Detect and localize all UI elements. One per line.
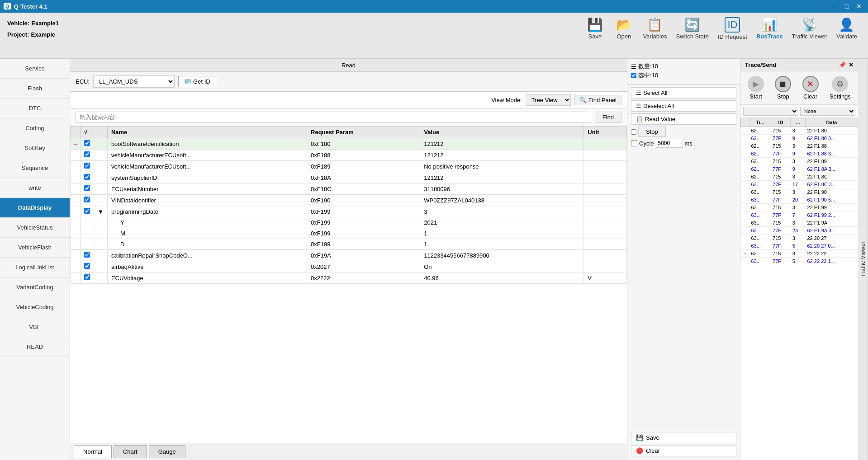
sidebar-item-data-display[interactable]: DataDisplay	[0, 198, 70, 218]
sidebar-item-coding[interactable]: Coding	[0, 118, 70, 138]
id-cell: 77F	[771, 242, 791, 250]
maximize-button[interactable]: □	[843, 2, 852, 11]
data-cell: 62 F1 9A 3...	[806, 227, 858, 235]
ecu-select[interactable]: LL_ACM_UDS	[93, 75, 175, 88]
row-checkbox[interactable]	[84, 151, 90, 157]
search-input[interactable]	[76, 112, 591, 123]
sidebar-item-dtc[interactable]: DTC	[0, 99, 70, 118]
sidebar-item-variant-coding[interactable]: VariantCoding	[0, 277, 70, 297]
time-cell: 62...	[749, 165, 771, 173]
name-cell: systemSupplierID	[107, 172, 307, 183]
data-cell: 62 22 22 1...	[806, 258, 858, 265]
select-all-button[interactable]: ☰ Select All	[631, 87, 736, 99]
param-cell: 0xF18A	[307, 172, 420, 183]
row-checkbox[interactable]	[84, 140, 90, 146]
trace-filter-select-2[interactable]: None	[800, 107, 855, 116]
cycle-unit: ms	[685, 140, 693, 147]
sidebar-item-flash[interactable]: Flash	[0, 79, 70, 99]
view-mode-select[interactable]: Tree View	[526, 94, 571, 106]
row-checkbox[interactable]	[84, 185, 90, 191]
save-data-button[interactable]: 💾 Save	[631, 432, 736, 443]
window-controls[interactable]: — □ ✕	[829, 2, 864, 11]
switch-state-button[interactable]: 🔄 Switch State	[673, 15, 712, 42]
trace-settings-button[interactable]: ⚙ Settings	[827, 75, 854, 101]
variables-button[interactable]: 📋 Variables	[639, 15, 670, 42]
sidebar-item-sequence[interactable]: Sequence	[0, 158, 70, 178]
len-cell: 3	[791, 188, 806, 196]
trace-close-icon[interactable]: ✕	[849, 61, 854, 68]
selected-check[interactable]	[631, 73, 636, 78]
traffic-viewer-button[interactable]: 📡 Traffic Viewer	[788, 15, 831, 42]
table-row: airbagAktive0x2027On	[71, 261, 627, 272]
trace-row: 63...715322 F1 99	[741, 204, 858, 211]
sidebar-item-softkey[interactable]: SoftKey	[0, 138, 70, 158]
stop-check[interactable]	[631, 129, 636, 135]
find-panel-button[interactable]: 🔍 Find Panel	[574, 95, 621, 105]
save-button[interactable]: 💾 Save	[581, 15, 608, 42]
len-cell: 5	[791, 258, 806, 265]
param-cell: 0xF180	[307, 138, 420, 150]
cycle-checkbox[interactable]	[631, 140, 637, 146]
row-checkbox[interactable]	[84, 274, 90, 280]
bus-trace-button[interactable]: 📊 BusTrace	[753, 15, 787, 42]
sidebar-item-logical-link-list[interactable]: LogicalLinkList	[0, 258, 70, 277]
sidebar-item-vehicle-flash[interactable]: VehicleFlash	[0, 238, 70, 258]
value-cell: 31180096	[420, 183, 584, 195]
row-checkbox[interactable]	[84, 263, 90, 269]
trace-clear-button[interactable]: ✕ Clear	[800, 75, 821, 101]
validate-label: Validate	[836, 33, 857, 40]
find-label: Find	[602, 114, 614, 121]
stop-button[interactable]: Stop	[638, 127, 666, 137]
find-panel-label: Find Panel	[588, 97, 617, 103]
unit-cell	[584, 161, 627, 172]
variables-label: Variables	[643, 33, 667, 40]
close-button[interactable]: ✕	[854, 2, 864, 11]
row-checkbox[interactable]	[84, 163, 90, 169]
row-checkbox[interactable]	[84, 252, 90, 258]
save-icon: 💾	[587, 17, 603, 32]
clear-data-button[interactable]: 🔴 Clear	[631, 445, 736, 456]
arrow-cell	[71, 161, 81, 172]
data-cell: 62 F1 8C 3...	[806, 181, 858, 188]
id-cell: 715	[771, 235, 791, 242]
get-id-button[interactable]: 🪪 Get ID	[178, 76, 216, 87]
trace-header: Trace/Send 📌 ✕	[740, 59, 858, 71]
tab-normal[interactable]: Normal	[74, 445, 112, 458]
trace-filter-select-1[interactable]	[743, 107, 798, 116]
trace-row: 63...77F2362 F1 9A 3...	[741, 227, 858, 235]
unit-cell	[584, 183, 627, 195]
data-cell: 22 F1 80	[806, 127, 858, 135]
sidebar-item-read[interactable]: READ	[0, 337, 70, 357]
save-data-icon: 💾	[636, 434, 643, 441]
trace-row: 63...77F2062 F1 90 5...	[741, 196, 858, 204]
row-checkbox[interactable]	[84, 208, 90, 214]
open-button[interactable]: 📂 Open	[610, 15, 637, 42]
arrow-cell	[71, 195, 81, 206]
pin-icon[interactable]: 📌	[839, 61, 846, 68]
tab-chart[interactable]: Chart	[114, 445, 147, 458]
find-button[interactable]: Find	[595, 112, 621, 123]
read-value-button[interactable]: 📋 Read Value	[631, 113, 736, 125]
start-icon: ▶	[748, 76, 764, 92]
validate-button[interactable]: 👤 Validate	[833, 15, 861, 42]
tab-gauge[interactable]: Gauge	[149, 445, 185, 458]
sidebar-item-vehicle-status[interactable]: VehicleStatus	[0, 218, 70, 238]
deselect-all-button[interactable]: ☰ Deselect All	[631, 100, 736, 112]
row-checkbox[interactable]	[84, 197, 90, 202]
id-cell: 715	[771, 204, 791, 211]
trace-start-button[interactable]: ▶ Start	[745, 75, 767, 101]
sidebar-item-vbf[interactable]: VBF	[0, 317, 70, 337]
sidebar-item-vehicle-coding[interactable]: VehicleCoding	[0, 297, 70, 317]
trace-stop-button[interactable]: ⏹ Stop	[772, 75, 794, 101]
minimize-button[interactable]: —	[829, 2, 841, 11]
id-request-button[interactable]: ID ID Request	[714, 15, 751, 42]
traffic-viewer-tab[interactable]: Traffic Viewer	[858, 59, 868, 460]
len-cell: 3	[791, 204, 806, 211]
sidebar-item-write[interactable]: write	[0, 178, 70, 198]
trace-header-controls: 📌 ✕	[839, 61, 854, 68]
row-checkbox[interactable]	[84, 174, 90, 180]
cycle-input[interactable]	[656, 139, 683, 148]
bus-trace-label: BusTrace	[756, 33, 783, 40]
save-label: Save	[588, 33, 602, 40]
sidebar-item-service[interactable]: Service	[0, 59, 70, 79]
